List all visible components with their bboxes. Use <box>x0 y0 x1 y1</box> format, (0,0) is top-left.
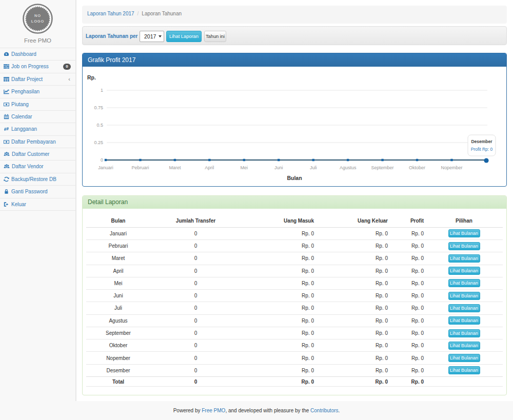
svg-text:Pebruari: Pebruari <box>131 165 149 170</box>
svg-text:0: 0 <box>101 157 103 163</box>
svg-text:April: April <box>205 165 214 170</box>
svg-text:Bulan: Bulan <box>287 175 302 181</box>
svg-text:0.5: 0.5 <box>96 123 103 128</box>
svg-text:Maret: Maret <box>169 165 181 170</box>
svg-text:LOGO: LOGO <box>31 19 44 24</box>
svg-text:Desember: Desember <box>471 139 492 144</box>
svg-text:Oktober: Oktober <box>409 165 425 170</box>
svg-text:Rp.: Rp. <box>87 74 96 81</box>
svg-text:Agustus: Agustus <box>340 165 357 170</box>
svg-text:September: September <box>371 165 394 170</box>
svg-text:Mei: Mei <box>241 165 248 170</box>
svg-text:NO: NO <box>34 13 41 18</box>
svg-text:Juli: Juli <box>310 165 317 170</box>
svg-text:Juni: Juni <box>274 165 283 170</box>
svg-text:0.75: 0.75 <box>94 105 103 110</box>
svg-text:Nopember: Nopember <box>441 165 462 170</box>
svg-text:0.25: 0.25 <box>94 140 103 145</box>
svg-text:Januari: Januari <box>98 165 113 170</box>
svg-text:Profit Rp: 0: Profit Rp: 0 <box>471 147 493 152</box>
svg-text:1: 1 <box>101 88 103 93</box>
